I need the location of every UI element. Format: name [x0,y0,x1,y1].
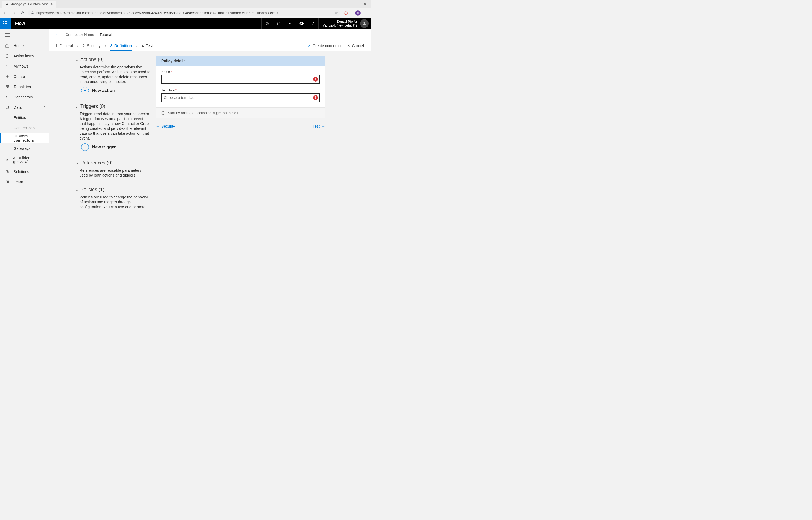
info-icon [161,111,165,115]
extension-icon[interactable]: ◯ [343,10,349,16]
chevron-right-icon: › [77,44,78,48]
actions-description: Actions determine the operations that us… [79,64,150,84]
policies-description: Policies are used to change the behavior… [79,195,150,209]
cancel-button[interactable]: ✕ Cancel [347,44,364,48]
user-name: Denzel Pfeifer [322,20,357,24]
sidebar-item-ai-builder[interactable]: AI Builder (preview) ⌄ [0,154,49,166]
prev-security-link[interactable]: ← Security [156,124,175,128]
info-message: Start by adding an action or trigger on … [156,107,325,118]
download-icon[interactable] [284,18,296,29]
template-icon [5,85,10,89]
browser-back-button[interactable]: ← [2,10,8,16]
window-maximize-button[interactable]: ☐ [346,0,359,8]
bookmark-star-icon[interactable]: ☆ [335,11,338,15]
sidebar-item-label: Action items [14,54,34,58]
next-test-link[interactable]: Test → [313,124,325,128]
svg-rect-3 [3,23,4,24]
back-button[interactable]: ← [55,32,60,37]
favicon-icon [5,2,9,6]
sidebar-item-connectors[interactable]: Connectors [0,92,49,102]
window-close-button[interactable]: ✕ [359,0,371,8]
step-definition[interactable]: 3. Definition [110,44,132,48]
actions-section-header[interactable]: ⌄ Actions (0) [75,56,150,62]
sidebar-item-label: Connectors [14,95,33,99]
chevron-down-icon: ⌄ [75,56,79,62]
url-field[interactable]: https://preview.flow.microsoft.com/manag… [28,10,341,16]
policies-section-header[interactable]: ⌄ Policies (1) [75,187,150,192]
sidebar-item-label: Learn [14,180,23,184]
data-icon [5,105,10,109]
chevron-down-icon: ⌄ [75,103,79,109]
tenant-name: Microsoft (new default) ( [322,24,357,27]
error-icon: ! [313,95,318,100]
lock-icon [31,11,34,15]
references-section-header[interactable]: ⌄ References (0) [75,160,150,166]
solutions-icon [5,170,10,174]
step-security[interactable]: 2. Security [82,44,100,48]
app-title[interactable]: Flow [11,21,29,26]
arrow-right-icon: → [321,124,325,128]
check-icon: ✓ [308,44,311,48]
chevron-down-icon: ⌄ [75,160,79,166]
definition-sidebar: ⌄ Actions (0) Actions determine the oper… [75,56,150,238]
feedback-icon[interactable]: ☺ [262,18,273,29]
new-trigger-button[interactable]: + New trigger [81,143,150,151]
help-icon[interactable]: ? [307,18,318,29]
profile-avatar-icon[interactable]: d [355,10,361,16]
new-action-button[interactable]: + New action [81,87,150,94]
close-icon: ✕ [347,44,350,48]
sidebar-item-data[interactable]: Data ⌃ [0,102,49,112]
sidebar-toggle-button[interactable] [0,29,49,41]
sidebar-item-label: Solutions [14,170,29,174]
sidebar-item-action-items[interactable]: Action items ⌄ [0,51,49,61]
svg-rect-5 [6,23,7,24]
tab-title: Manage your custom connectors [10,2,49,6]
create-connector-button[interactable]: ✓ Create connector [308,44,342,48]
triggers-description: Triggers read data in from your connecto… [79,111,150,140]
name-field-label: Name * [161,70,320,74]
plus-icon [5,75,10,78]
chevron-right-icon: › [105,44,106,48]
sidebar-item-label: My flows [14,64,28,69]
sidebar-item-learn[interactable]: Learn [0,177,49,187]
svg-rect-1 [5,21,6,22]
connector-icon [5,95,10,99]
sidebar-item-templates[interactable]: Templates [0,82,49,92]
new-tab-button[interactable]: + [58,1,64,7]
step-general[interactable]: 1. General [55,44,73,48]
sidebar-item-custom-connectors[interactable]: Custom connectors [0,133,49,143]
template-select[interactable]: Choose a template [161,93,320,102]
browser-menu-button[interactable]: ⋮ [363,10,369,16]
settings-icon[interactable] [296,18,307,29]
sidebar-item-create[interactable]: Create [0,71,49,82]
add-icon: + [81,143,89,151]
sidebar-item-entities[interactable]: Entities [0,112,49,123]
connector-header: ← Connector Name Tutorial [49,29,371,40]
tab-close-icon[interactable]: ✕ [51,2,54,6]
app-launcher-button[interactable] [0,18,11,29]
user-menu[interactable]: Denzel Pfeifer Microsoft (new default) ( [318,18,371,29]
window-controls: ─ ☐ ✕ [334,0,371,8]
browser-reload-button[interactable]: ⟳ [20,10,25,16]
svg-rect-8 [6,25,7,25]
flow-icon [5,64,10,68]
window-minimize-button[interactable]: ─ [334,0,346,8]
svg-rect-4 [5,23,6,24]
notifications-icon[interactable] [273,18,284,29]
home-icon [5,44,10,48]
triggers-section-header[interactable]: ⌄ Triggers (0) [75,103,150,109]
address-bar: ← → ⟳ https://preview.flow.microsoft.com… [0,8,371,18]
svg-rect-2 [6,21,7,22]
error-icon: ! [313,77,318,82]
browser-forward-button[interactable]: → [11,10,17,16]
browser-tab[interactable]: Manage your custom connectors ✕ [2,1,56,7]
chevron-up-icon: ⌃ [43,106,46,109]
sidebar-item-solutions[interactable]: Solutions [0,166,49,177]
sidebar-item-home[interactable]: Home [0,41,49,51]
sidebar-item-label: Home [14,44,24,48]
step-test[interactable]: 4. Test [142,44,153,48]
sidebar-item-connections[interactable]: Connections [0,123,49,133]
sidebar-item-gateways[interactable]: Gateways [0,143,49,154]
sidebar-item-my-flows[interactable]: My flows [0,61,49,71]
policy-name-input[interactable] [161,75,320,83]
